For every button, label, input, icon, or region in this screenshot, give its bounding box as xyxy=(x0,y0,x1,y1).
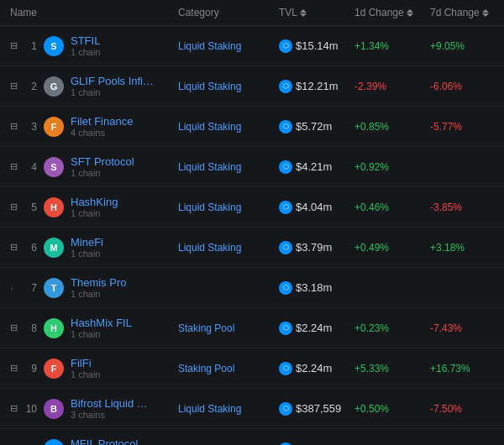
change-7d: -5.77% xyxy=(430,121,504,133)
category-cell[interactable]: Liquid Staking xyxy=(178,81,279,92)
coin-icon: H xyxy=(44,318,64,338)
change-1d: +5.33% xyxy=(354,363,430,374)
name-cell: ⊟ 2 G GLIF Pools Infinity ... 1 chain xyxy=(10,75,178,97)
table-row: ⊟ 11 M MFIL Protocol 1 chain Liquid Stak… xyxy=(0,429,504,445)
coin-icon: G xyxy=(44,76,64,97)
bookmark-icon[interactable]: › xyxy=(10,283,18,293)
table-row: ⊟ 9 F FilFi 1 chain Staking Pool ⬡ $2.24… xyxy=(0,348,504,389)
table-row: ⊟ 6 M MineFi 1 chain Liquid Staking ⬡ $3… xyxy=(0,228,504,268)
rank-number: 1 xyxy=(25,40,37,52)
bookmark-icon[interactable]: ⊟ xyxy=(10,40,18,51)
coin-info: MFIL Protocol 1 chain xyxy=(71,437,138,445)
name-cell: ⊟ 3 F Filet Finance 4 chains xyxy=(10,115,178,138)
coin-name[interactable]: HashKing xyxy=(71,196,118,208)
tvl-cell: ⬡ $4.04m xyxy=(279,201,354,214)
header-name: Name xyxy=(10,7,178,18)
defi-table: Name Category TVL 1d Change 7d Change xyxy=(0,0,504,445)
coin-chains: 1 chain xyxy=(71,168,134,178)
tvl-cell: ⬡ $15.14m xyxy=(279,39,354,53)
table-row: ⊟ 1 S STFIL 1 chain Liquid Staking ⬡ $15… xyxy=(0,26,504,66)
coin-name[interactable]: MFIL Protocol xyxy=(71,437,138,445)
coin-name[interactable]: HashMix FIL xyxy=(71,317,132,329)
coin-name[interactable]: STFIL xyxy=(71,34,100,47)
bookmark-icon[interactable]: ⊟ xyxy=(10,242,18,253)
rank-number: 7 xyxy=(25,282,37,294)
coin-name[interactable]: Filet Finance xyxy=(71,115,133,128)
name-cell: ⊟ 1 S STFIL 1 chain xyxy=(10,34,178,57)
tvl-value: $2.24m xyxy=(296,322,332,334)
change-1d: +0.92% xyxy=(354,161,430,173)
coin-info: Filet Finance 4 chains xyxy=(71,115,133,138)
bookmark-icon[interactable]: ⊟ xyxy=(10,363,18,374)
change-7d: +3.18% xyxy=(430,242,504,254)
table-row: ⊟ 3 F Filet Finance 4 chains Liquid Stak… xyxy=(0,107,504,147)
category-cell[interactable]: Staking Pool xyxy=(178,322,279,334)
coin-name[interactable]: MineFi xyxy=(71,236,103,249)
rank-number: 9 xyxy=(25,363,37,374)
coin-chains: 1 chain xyxy=(71,289,126,299)
1d-sort-icon xyxy=(407,9,413,17)
coin-chains: 1 chain xyxy=(71,249,103,259)
category-cell[interactable]: Staking Pool xyxy=(178,363,279,374)
coin-chains: 1 chain xyxy=(71,47,100,57)
header-tvl[interactable]: TVL xyxy=(279,7,354,18)
table-row: ⊟ 4 S SFT Protocol 1 chain Liquid Stakin… xyxy=(0,147,504,187)
coin-icon: B xyxy=(44,399,64,419)
coin-icon: M xyxy=(44,238,64,258)
change-1d: +0.50% xyxy=(354,403,430,415)
category-cell[interactable]: Liquid Staking xyxy=(178,121,279,133)
header-1d-change[interactable]: 1d Change xyxy=(354,7,430,18)
rank-number: 2 xyxy=(25,81,37,92)
name-cell: ⊟ 10 B Bifrost Liquid Stak... 3 chains xyxy=(10,397,178,420)
coin-info: GLIF Pools Infinity ... 1 chain xyxy=(71,75,155,97)
header-7d-change[interactable]: 7d Change xyxy=(430,7,504,18)
bookmark-icon[interactable]: ⊟ xyxy=(10,81,18,92)
coin-name[interactable]: SFT Protocol xyxy=(71,155,134,168)
bookmark-icon[interactable]: ⊟ xyxy=(10,403,18,414)
category-cell[interactable]: Liquid Staking xyxy=(178,242,279,254)
tvl-cell: ⬡ $3.18m xyxy=(279,281,354,295)
tvl-icon: ⬡ xyxy=(279,241,292,254)
bookmark-icon[interactable]: ⊟ xyxy=(10,322,18,333)
coin-name[interactable]: Bifrost Liquid Stak... xyxy=(71,397,155,410)
category-cell[interactable]: Liquid Staking xyxy=(178,202,279,213)
tvl-cell: ⬡ $207,777 xyxy=(279,442,354,446)
tvl-icon: ⬡ xyxy=(279,322,292,335)
bookmark-icon[interactable]: ⊟ xyxy=(10,202,18,212)
tvl-cell: ⬡ $5.72m xyxy=(279,120,354,134)
name-cell: ⊟ 8 H HashMix FIL 1 chain xyxy=(10,317,178,339)
coin-info: STFIL 1 chain xyxy=(71,34,100,57)
tvl-icon: ⬡ xyxy=(279,120,292,134)
name-cell: ⊟ 6 M MineFi 1 chain xyxy=(10,236,178,259)
change-1d: +0.49% xyxy=(354,242,430,254)
tvl-icon: ⬡ xyxy=(279,201,292,214)
table-row: ⊟ 2 G GLIF Pools Infinity ... 1 chain Li… xyxy=(0,66,504,107)
coin-info: Bifrost Liquid Stak... 3 chains xyxy=(71,397,155,420)
name-cell: ⊟ 5 H HashKing 1 chain xyxy=(10,196,178,218)
change-7d: +16.73% xyxy=(430,363,504,374)
category-cell[interactable]: Liquid Staking xyxy=(178,403,279,415)
tvl-cell: ⬡ $4.21m xyxy=(279,160,354,174)
change-7d: -3.85% xyxy=(430,202,504,213)
7d-sort-icon xyxy=(482,9,489,17)
coin-name[interactable]: GLIF Pools Infinity ... xyxy=(71,75,155,87)
tvl-value: $12.21m xyxy=(296,80,339,92)
header-category[interactable]: Category xyxy=(178,7,279,18)
category-cell[interactable]: Liquid Staking xyxy=(178,161,279,173)
coin-info: HashMix FIL 1 chain xyxy=(71,317,132,339)
coin-name[interactable]: Themis Pro xyxy=(71,276,126,289)
tvl-icon: ⬡ xyxy=(279,402,292,416)
category-cell[interactable]: Liquid Staking xyxy=(178,40,279,52)
name-cell: ⊟ 4 S SFT Protocol 1 chain xyxy=(10,155,178,178)
bookmark-icon[interactable]: ⊟ xyxy=(10,161,18,172)
coin-name[interactable]: FilFi xyxy=(71,357,100,369)
tvl-cell: ⬡ $2.24m xyxy=(279,362,354,375)
table-body: ⊟ 1 S STFIL 1 chain Liquid Staking ⬡ $15… xyxy=(0,26,504,445)
tvl-cell: ⬡ $3.79m xyxy=(279,241,354,254)
name-cell: ⊟ 11 M MFIL Protocol 1 chain xyxy=(10,437,178,445)
tvl-value: $2.24m xyxy=(296,362,332,374)
table-row: › 7 T Themis Pro 1 chain ⬡ $3.18m xyxy=(0,268,504,308)
tvl-sort-icon xyxy=(300,9,307,17)
bookmark-icon[interactable]: ⊟ xyxy=(10,121,18,132)
tvl-value: $15.14m xyxy=(296,39,339,52)
